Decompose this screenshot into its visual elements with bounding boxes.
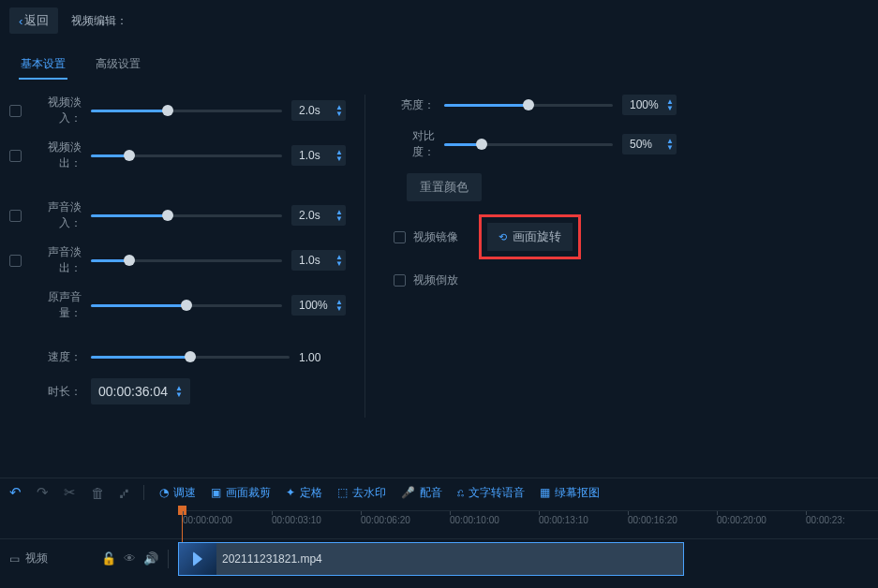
tick: 00:00:13:10: [539, 515, 588, 525]
tick: 00:00:23:: [806, 515, 845, 525]
mirror-label: 视频镜像: [413, 229, 458, 245]
eye-icon[interactable]: 👁: [124, 551, 136, 566]
tick: 00:00:03:10: [272, 515, 321, 525]
speed-icon: ◔: [159, 486, 169, 499]
tool-greenscreen[interactable]: ▦绿幕抠图: [540, 485, 600, 501]
rotate-label: 画面旋转: [513, 228, 561, 245]
video-clip[interactable]: 202111231821.mp4: [178, 542, 684, 576]
stepper-arrows[interactable]: ▲▼: [335, 104, 343, 117]
split-icon[interactable]: ⑇: [120, 485, 128, 501]
chevron-left-icon: ‹: [19, 14, 22, 28]
stepper-arrows[interactable]: ▲▼: [335, 149, 343, 162]
tick: 00:00:06:20: [361, 515, 410, 525]
stepper-arrows[interactable]: ▲▼: [335, 209, 343, 222]
tool-watermark[interactable]: ⬚去水印: [337, 485, 386, 501]
video-fadein-label: 视频淡入：: [31, 95, 82, 126]
lock-icon[interactable]: 🔓: [101, 551, 116, 566]
reset-color-button[interactable]: 重置颜色: [407, 173, 482, 201]
undo-icon[interactable]: ↶: [9, 484, 22, 501]
audio-fadeout-label: 声音淡出：: [31, 244, 82, 276]
stepper-arrows[interactable]: ▲▼: [175, 385, 183, 398]
tick: 00:00:20:00: [717, 515, 766, 525]
video-fadein-checkbox[interactable]: [9, 105, 22, 117]
video-fadeout-value[interactable]: 1.0s▲▼: [291, 145, 346, 166]
contrast-label: 对比度：: [394, 128, 435, 160]
mirror-checkbox[interactable]: [394, 231, 406, 243]
tool-speed[interactable]: ◔调速: [159, 485, 196, 501]
stepper-arrows[interactable]: ▲▼: [666, 138, 674, 151]
duration-label: 时长：: [31, 384, 82, 400]
mute-icon[interactable]: 🔊: [143, 551, 158, 566]
video-track-icon: ▭: [9, 552, 20, 566]
audio-fadein-value[interactable]: 2.0s▲▼: [291, 205, 346, 226]
tick: 00:00:16:20: [628, 515, 677, 525]
delete-icon[interactable]: 🗑: [91, 485, 105, 501]
greenscreen-icon: ▦: [540, 486, 550, 499]
tick: 00:00:10:00: [450, 515, 499, 525]
track-label: 视频: [25, 551, 48, 566]
tick: 00:00:00:00: [183, 515, 232, 525]
speed-label: 速度：: [31, 349, 82, 365]
brightness-label: 亮度：: [394, 97, 435, 113]
reverse-label: 视频倒放: [413, 272, 458, 288]
highlight-annotation: ⟲ 画面旋转: [479, 214, 581, 259]
reverse-checkbox[interactable]: [394, 274, 406, 287]
video-fadeout-slider[interactable]: [91, 154, 282, 157]
contrast-value[interactable]: 50%▲▼: [622, 134, 677, 154]
tool-freeze[interactable]: ✦定格: [286, 485, 322, 501]
cut-icon[interactable]: ✂: [64, 484, 76, 501]
tool-tts[interactable]: ⎌文字转语音: [457, 485, 525, 501]
audio-fadein-checkbox[interactable]: [9, 210, 22, 222]
back-label: 返回: [24, 12, 49, 29]
tts-icon: ⎌: [457, 486, 464, 499]
watermark-icon: ⬚: [337, 486, 348, 499]
dub-icon: 🎤: [401, 486, 415, 499]
audio-fadeout-slider[interactable]: [91, 259, 282, 262]
stepper-arrows[interactable]: ▲▼: [335, 254, 343, 267]
separator: [143, 485, 144, 500]
tab-advanced[interactable]: 高级设置: [94, 51, 142, 80]
page-title: 视频编辑：: [71, 13, 127, 29]
brightness-value[interactable]: 100%▲▼: [622, 95, 677, 115]
video-fadeout-label: 视频淡出：: [31, 140, 82, 171]
orig-volume-label: 原声音量：: [31, 289, 82, 321]
freeze-icon: ✦: [286, 486, 295, 499]
contrast-slider[interactable]: [444, 143, 613, 146]
video-fadeout-checkbox[interactable]: [9, 150, 22, 162]
video-fadein-value[interactable]: 2.0s▲▼: [291, 100, 346, 121]
clip-thumbnail: [179, 543, 216, 575]
clip-filename: 202111231821.mp4: [222, 552, 322, 566]
orig-volume-slider[interactable]: [91, 304, 282, 307]
back-button[interactable]: ‹ 返回: [9, 7, 58, 34]
stepper-arrows[interactable]: ▲▼: [335, 299, 343, 312]
tab-basic[interactable]: 基本设置: [19, 51, 67, 80]
orig-volume-value[interactable]: 100%▲▼: [291, 295, 346, 316]
audio-fadein-slider[interactable]: [91, 214, 282, 217]
speed-slider[interactable]: [91, 356, 290, 359]
crop-icon: ▣: [211, 486, 221, 499]
audio-fadein-label: 声音淡入：: [31, 199, 82, 231]
video-fadein-slider[interactable]: [91, 110, 282, 112]
duration-value[interactable]: 00:00:36:04 ▲▼: [91, 378, 190, 404]
separator: [168, 550, 169, 568]
audio-fadeout-value[interactable]: 1.0s▲▼: [291, 250, 346, 271]
audio-fadeout-checkbox[interactable]: [9, 255, 22, 267]
brightness-slider[interactable]: [444, 104, 613, 107]
rotate-button[interactable]: ⟲ 画面旋转: [487, 223, 573, 251]
tool-dub[interactable]: 🎤配音: [401, 485, 442, 501]
rotate-icon: ⟲: [499, 231, 507, 243]
timeline-ruler[interactable]: 00:00:00:00 00:00:03:10 00:00:06:20 00:0…: [178, 510, 878, 538]
redo-icon[interactable]: ↷: [37, 484, 49, 501]
speed-value: 1.00: [299, 351, 346, 364]
tool-crop[interactable]: ▣画面裁剪: [211, 485, 271, 501]
stepper-arrows[interactable]: ▲▼: [666, 98, 674, 111]
track-header: ▭ 视频 🔓 👁 🔊: [0, 539, 178, 578]
